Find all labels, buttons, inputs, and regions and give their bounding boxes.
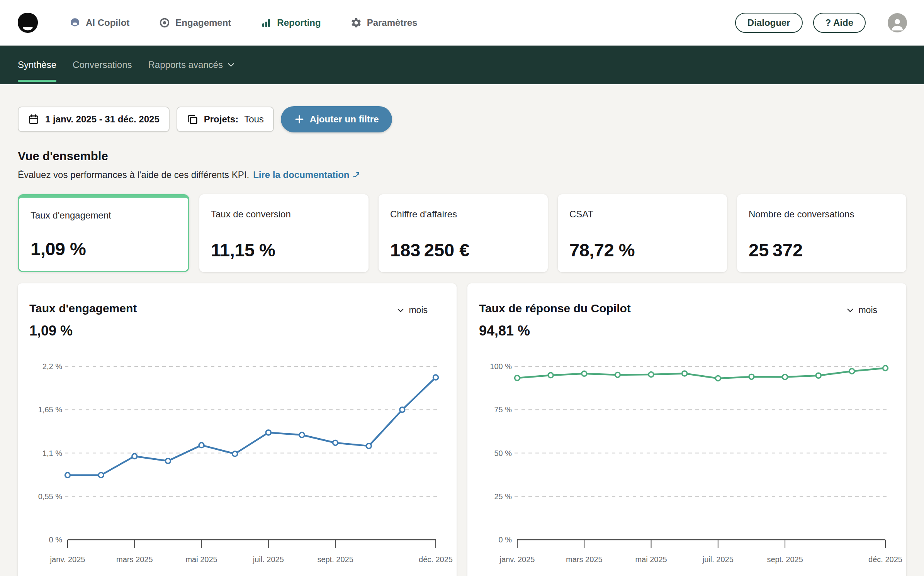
main-nav: AI Copilot Engagement Reporting Paramètr…	[69, 17, 417, 29]
x-tick-label: déc. 2025	[868, 555, 902, 564]
x-tick-label: juil. 2025	[253, 555, 284, 564]
kpi-value: 78,72 %	[569, 239, 715, 261]
filter-bar: 1 janv. 2025 - 31 déc. 2025 Projets: Tou…	[18, 106, 906, 132]
add-filter-button[interactable]: Ajouter un filtre	[281, 106, 392, 132]
kpi-card-csat[interactable]: CSAT 78,72 %	[558, 194, 727, 272]
x-tick-label: janv. 2025	[499, 555, 535, 564]
kpi-value: 11,15 %	[211, 239, 357, 261]
data-point	[65, 473, 70, 478]
page-title: Vue d'ensemble	[18, 149, 906, 163]
data-point	[132, 454, 137, 459]
tab-label: Rapports avancés	[148, 59, 223, 70]
tab-rapports-avances[interactable]: Rapports avancés	[148, 46, 235, 84]
period-select[interactable]: mois	[846, 305, 877, 315]
y-tick-label: 1,1 %	[42, 449, 62, 457]
projects-value: Tous	[244, 114, 264, 125]
chart-current-value: 94,81 %	[479, 323, 895, 339]
y-tick-label: 100 %	[490, 362, 512, 371]
kpi-card-nombre-conversations[interactable]: Nombre de conversations 25 372	[737, 194, 906, 272]
nav-item-label: AI Copilot	[86, 17, 129, 28]
y-tick-label: 50 %	[494, 449, 512, 457]
data-point	[165, 458, 170, 463]
data-point	[99, 473, 104, 478]
nav-item-reporting[interactable]: Reporting	[260, 17, 321, 29]
kpi-value: 1,09 %	[31, 238, 177, 259]
period-select[interactable]: mois	[396, 305, 428, 315]
chevron-down-icon	[396, 306, 405, 315]
x-tick-label: mars 2025	[116, 555, 153, 564]
date-range-filter[interactable]: 1 janv. 2025 - 31 déc. 2025	[18, 107, 170, 132]
brand-logo-icon	[17, 12, 39, 34]
dialoguer-button[interactable]: Dialoguer	[735, 13, 803, 33]
y-tick-label: 1,65 %	[38, 405, 62, 414]
overview-subtitle: Évaluez vos performances à l'aide de ces…	[18, 169, 906, 180]
data-point	[433, 375, 438, 380]
brand-logo[interactable]	[17, 12, 39, 34]
topbar-actions: Dialoguer ? Aide	[735, 13, 907, 33]
projects-filter[interactable]: Projets: Tous	[177, 107, 274, 132]
data-point	[749, 374, 754, 379]
copilot-icon	[69, 17, 81, 29]
data-point	[682, 371, 687, 376]
x-tick-label: janv. 2025	[50, 555, 85, 564]
kpi-row: Taux d'engagement 1,09 % Taux de convers…	[18, 194, 906, 272]
person-icon	[890, 16, 905, 32]
data-point	[715, 376, 720, 381]
y-tick-label: 75 %	[494, 405, 512, 414]
data-point	[299, 432, 304, 437]
documentation-link[interactable]: Lire la documentation	[253, 169, 361, 180]
reporting-subnav: Synthèse Conversations Rapports avancés	[0, 46, 924, 84]
x-tick-label: mai 2025	[185, 555, 217, 564]
plus-icon	[294, 114, 305, 125]
y-tick-label: 0,55 %	[38, 492, 62, 501]
kpi-card-chiffre-affaires[interactable]: Chiffre d'affaires 183 250 €	[379, 194, 548, 272]
kpi-card-taux-engagement[interactable]: Taux d'engagement 1,09 %	[18, 194, 189, 272]
nav-item-ai-copilot[interactable]: AI Copilot	[69, 17, 129, 29]
kpi-value: 25 372	[749, 239, 895, 261]
data-point	[199, 443, 204, 448]
x-tick-label: mai 2025	[635, 555, 667, 564]
x-tick-label: juil. 2025	[702, 555, 734, 564]
x-tick-label: sept. 2025	[317, 555, 353, 564]
nav-item-parametres[interactable]: Paramètres	[350, 17, 418, 29]
charts-row: Taux d'engagement 1,09 % mois 2,2 %1,65 …	[18, 283, 906, 576]
line-series	[517, 368, 885, 378]
x-tick-label: sept. 2025	[767, 555, 803, 564]
line-chart-taux-reponse-copilot: 100 %75 %50 %25 %0 %janv. 2025mars 2025m…	[467, 345, 907, 576]
chart-card-taux-engagement: Taux d'engagement 1,09 % mois 2,2 %1,65 …	[18, 283, 457, 576]
top-bar: AI Copilot Engagement Reporting Paramètr…	[0, 0, 924, 46]
nav-item-label: Reporting	[277, 17, 321, 28]
aide-button[interactable]: ? Aide	[813, 13, 866, 33]
tab-label: Conversations	[73, 59, 132, 70]
data-point	[233, 451, 238, 456]
user-avatar[interactable]	[888, 13, 907, 32]
period-select-label: mois	[409, 305, 428, 315]
documentation-link-label: Lire la documentation	[253, 169, 349, 180]
bar-chart-icon	[260, 17, 272, 29]
data-point	[366, 444, 371, 449]
main-content: 1 janv. 2025 - 31 déc. 2025 Projets: Tou…	[0, 106, 924, 576]
chart-card-taux-reponse-copilot: Taux de réponse du Copilot 94,81 % mois …	[467, 283, 906, 576]
nav-item-label: Engagement	[175, 17, 231, 28]
tab-label: Synthèse	[18, 59, 56, 70]
tab-conversations[interactable]: Conversations	[73, 46, 132, 84]
line-chart-taux-engagement: 2,2 %1,65 %1,1 %0,55 %0 %janv. 2025mars …	[18, 345, 457, 576]
chevron-down-icon	[227, 61, 235, 69]
data-point	[883, 366, 888, 371]
target-icon	[159, 17, 170, 29]
add-filter-label: Ajouter un filtre	[310, 114, 379, 125]
kpi-label: Chiffre d'affaires	[390, 209, 536, 220]
data-point	[515, 376, 520, 381]
line-series	[68, 378, 436, 475]
chevron-down-icon	[846, 306, 854, 315]
y-tick-label: 25 %	[494, 492, 512, 501]
nav-item-engagement[interactable]: Engagement	[159, 17, 231, 29]
kpi-value: 183 250 €	[390, 239, 536, 261]
kpi-label: CSAT	[569, 209, 715, 220]
kpi-label: Taux de conversion	[211, 209, 357, 220]
kpi-label: Taux d'engagement	[31, 210, 177, 221]
tab-synthese[interactable]: Synthèse	[18, 46, 56, 84]
kpi-card-taux-conversion[interactable]: Taux de conversion 11,15 %	[199, 194, 369, 272]
data-point	[400, 407, 405, 412]
overview-subtitle-text: Évaluez vos performances à l'aide de ces…	[18, 169, 249, 180]
